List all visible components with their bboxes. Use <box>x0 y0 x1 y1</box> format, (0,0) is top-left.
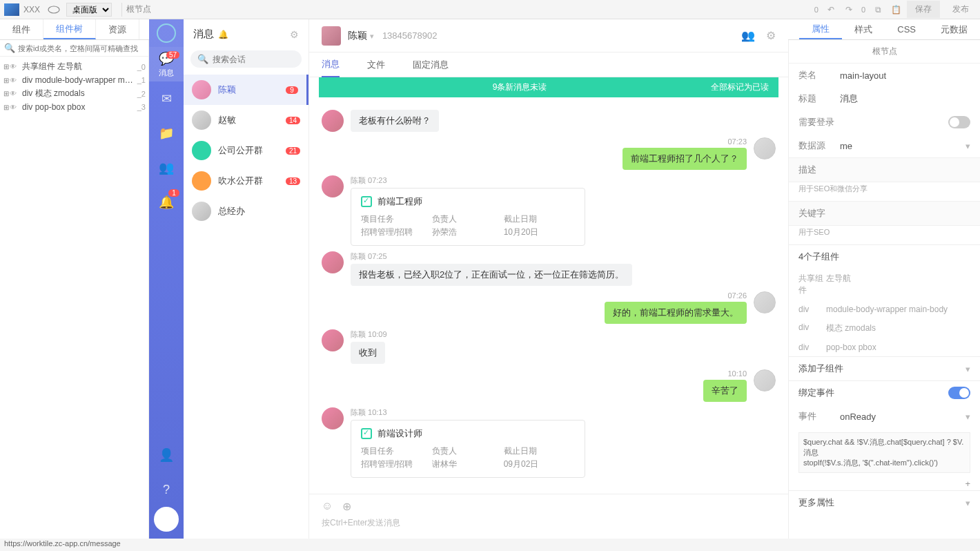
rail-user-icon[interactable]: 👤 <box>149 438 184 472</box>
eye-icon[interactable]: 👁 <box>10 104 19 111</box>
message-bubble: 前端工程师招了几个人了？ <box>623 148 747 170</box>
tab-resources[interactable]: 资源 <box>96 19 139 39</box>
preview-canvas: 💬消息57✉📁👥🔔1 👤 ? 消息 🔔 ⚙ 🔍 陈颖9赵敏14公司公开群21吹水… <box>149 19 788 539</box>
rail-item-activity[interactable]: 🔔1 <box>149 185 184 220</box>
child-component-row[interactable]: div模态 zmodals <box>789 318 980 338</box>
chat-header-name: 陈颖 ▾ <box>348 30 374 42</box>
event-code[interactable]: $query.chat && !$V.消息.chat[$query.chat] … <box>798 432 970 473</box>
bind-event-toggle[interactable] <box>948 387 970 399</box>
tree-search-input[interactable] <box>18 44 144 52</box>
convo-name: 陈颖 <box>218 84 286 96</box>
rtab-props[interactable]: 属性 <box>799 19 842 39</box>
chat-tab-pinned[interactable]: 固定消息 <box>413 53 449 77</box>
props-breadcrumb[interactable]: 根节点 <box>789 40 980 64</box>
task-card[interactable]: 前端工程师项目任务招聘管理/招聘负责人孙荣浩截止日期10月20日 <box>351 188 585 246</box>
add-child-label[interactable]: 添加子组件 <box>798 362 966 375</box>
chevron-down-icon[interactable]: ▾ <box>966 412 970 422</box>
avatar <box>192 171 211 191</box>
more-props[interactable]: 更多属性 <box>798 496 966 509</box>
child-component-row[interactable]: divpop-box pbox <box>789 338 980 356</box>
rail-item-files[interactable]: 📁 <box>149 116 184 151</box>
filter-icon[interactable]: ⚙ <box>290 29 299 40</box>
emoji-icon[interactable]: ☺ <box>322 500 333 513</box>
copy-icon[interactable]: ⧉ <box>871 5 885 14</box>
add-event-button[interactable]: + <box>789 477 980 490</box>
rail-avatar[interactable] <box>154 507 179 532</box>
save-button[interactable]: 保存 <box>907 1 940 18</box>
members-icon[interactable]: 👥 <box>741 29 755 42</box>
attach-icon[interactable]: ⊕ <box>342 500 351 513</box>
breadcrumb-root[interactable]: 根节点 <box>126 3 151 15</box>
rail-item-inbox[interactable]: ✉ <box>149 81 184 116</box>
check-icon <box>361 196 372 207</box>
avatar <box>192 110 211 130</box>
chevron-down-icon[interactable]: ▾ <box>966 364 970 374</box>
rail-item-messages[interactable]: 💬消息57 <box>149 47 184 81</box>
convo-item[interactable]: 总经办 <box>184 196 308 226</box>
convo-item[interactable]: 公司公开群21 <box>184 135 308 166</box>
eye-icon[interactable]: 👁 <box>10 77 19 84</box>
chat-panel: 陈颖 ▾ 13845678902 👥 ⚙ 消息 文件 固定消息 9条新消息未读 … <box>309 19 788 539</box>
chat-header-phone: 13845678902 <box>382 30 438 41</box>
title-value[interactable]: 消息 <box>840 93 970 105</box>
rtab-style[interactable]: 样式 <box>842 19 885 39</box>
eye-icon[interactable]: 👁 <box>10 90 19 97</box>
viewport-select[interactable]: 桌面版 <box>66 3 112 17</box>
paste-icon[interactable]: 📋 <box>889 5 903 14</box>
tree-row[interactable]: ⊞👁div pop-box pbox_3 <box>0 101 148 113</box>
tree-label: 共享组件 左导航 <box>22 61 135 72</box>
check-icon <box>361 428 372 439</box>
expand-icon[interactable]: ⊞ <box>3 104 10 111</box>
tree-search: 🔍 <box>0 40 148 57</box>
tree-row[interactable]: ⊞👁div module-body-wrapper main-body_1 <box>0 74 148 86</box>
rail-help-icon[interactable]: ? <box>149 472 184 507</box>
chevron-down-icon[interactable]: ▾ <box>966 141 970 151</box>
message-meta: 陈颖 07:25 <box>351 251 632 262</box>
rtab-css[interactable]: CSS <box>885 19 928 39</box>
tab-tree[interactable]: 组件树 <box>43 19 96 39</box>
rail-badge: 57 <box>166 51 179 59</box>
task-card[interactable]: 前端设计师项目任务招聘管理/招聘负责人谢林华截止日期09月02日 <box>351 420 585 478</box>
login-toggle[interactable] <box>948 116 970 128</box>
event-label: 事件 <box>798 410 840 423</box>
child-label: 模态 zmodals <box>826 322 876 334</box>
ds-value[interactable]: me <box>840 141 966 151</box>
login-label: 需要登录 <box>798 116 948 128</box>
convo-item[interactable]: 吹水公开群13 <box>184 166 308 196</box>
expand-icon[interactable]: ⊞ <box>3 63 10 70</box>
expand-icon[interactable]: ⊞ <box>3 90 10 97</box>
avatar <box>322 175 344 197</box>
expand-icon[interactable]: ⊞ <box>3 77 10 84</box>
child-tag: div <box>798 342 826 352</box>
event-value[interactable]: onReady <box>840 412 966 422</box>
tree-row[interactable]: ⊞👁共享组件 左导航_0 <box>0 59 148 74</box>
redo-icon[interactable]: ↷ <box>842 5 856 14</box>
convo-item[interactable]: 陈颖9 <box>184 75 308 105</box>
rtab-meta[interactable]: 元数据 <box>928 19 980 39</box>
eye-icon[interactable]: 👁 <box>10 63 19 70</box>
chat-tab-messages[interactable]: 消息 <box>322 52 340 77</box>
mark-all-read[interactable]: 全部标记为已读 <box>711 81 769 93</box>
bind-event-label: 绑定事件 <box>798 387 948 399</box>
bell-icon[interactable]: 🔔 <box>218 30 228 39</box>
chat-tab-files[interactable]: 文件 <box>367 53 385 77</box>
chevron-down-icon[interactable]: ▾ <box>370 32 374 40</box>
chevron-down-icon[interactable]: ▾ <box>966 498 970 508</box>
tree-row[interactable]: ⊞👁div 模态 zmodals_2 <box>0 86 148 101</box>
tab-components[interactable]: 组件 <box>0 19 43 39</box>
child-component-row[interactable]: divmodule-body-wrapper main-body <box>789 300 980 318</box>
convo-item[interactable]: 赵敏14 <box>184 105 308 135</box>
component-tree-panel: 🔍 ⊞👁共享组件 左导航_0⊞👁div module-body-wrapper … <box>0 40 149 539</box>
svg-point-0 <box>48 6 59 13</box>
rail-item-contacts[interactable]: 👥 <box>149 151 184 185</box>
shared-comp-value[interactable]: 左导航 <box>826 273 851 296</box>
publish-button[interactable]: 发布 <box>944 1 977 18</box>
undo-icon[interactable]: ↶ <box>824 5 838 14</box>
settings-icon[interactable]: ⚙ <box>766 29 776 42</box>
convo-search-input[interactable] <box>213 55 316 64</box>
avatar <box>754 137 776 160</box>
message-meta: 陈颖 10:09 <box>351 329 387 340</box>
unread-count-text: 9条新消息未读 <box>329 81 711 93</box>
message-row: 07:26好的，前端工程师的需求量大。 <box>322 291 776 324</box>
class-value[interactable]: main-layout <box>840 70 970 81</box>
